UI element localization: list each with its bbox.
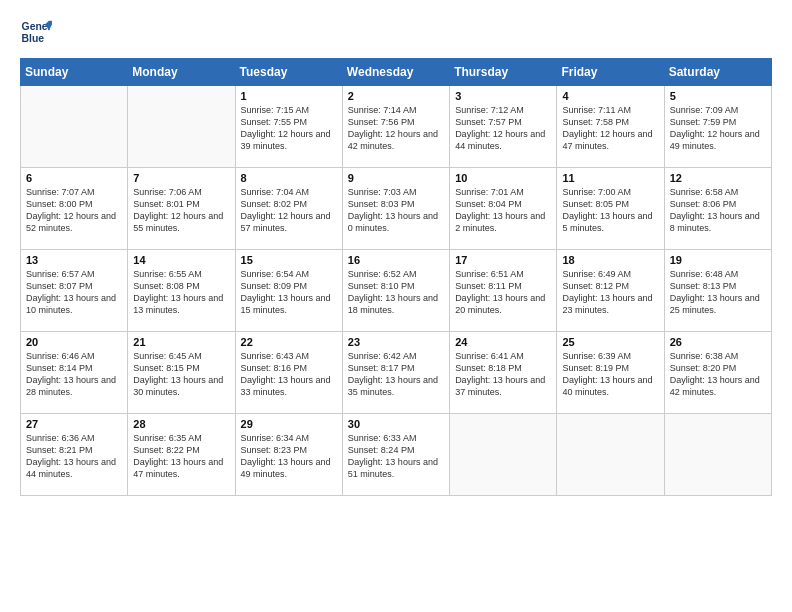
calendar-cell: 12Sunrise: 6:58 AM Sunset: 8:06 PM Dayli…: [664, 168, 771, 250]
logo-icon: General Blue: [20, 16, 52, 48]
calendar-cell: 28Sunrise: 6:35 AM Sunset: 8:22 PM Dayli…: [128, 414, 235, 496]
day-number: 8: [241, 172, 337, 184]
day-number: 26: [670, 336, 766, 348]
day-number: 5: [670, 90, 766, 102]
day-info: Sunrise: 6:52 AM Sunset: 8:10 PM Dayligh…: [348, 268, 444, 317]
calendar-cell: 15Sunrise: 6:54 AM Sunset: 8:09 PM Dayli…: [235, 250, 342, 332]
week-row-3: 20Sunrise: 6:46 AM Sunset: 8:14 PM Dayli…: [21, 332, 772, 414]
calendar-cell: 4Sunrise: 7:11 AM Sunset: 7:58 PM Daylig…: [557, 86, 664, 168]
calendar-cell: 18Sunrise: 6:49 AM Sunset: 8:12 PM Dayli…: [557, 250, 664, 332]
calendar-cell: 25Sunrise: 6:39 AM Sunset: 8:19 PM Dayli…: [557, 332, 664, 414]
calendar-cell: 9Sunrise: 7:03 AM Sunset: 8:03 PM Daylig…: [342, 168, 449, 250]
day-number: 25: [562, 336, 658, 348]
calendar-cell: [450, 414, 557, 496]
calendar-cell: 10Sunrise: 7:01 AM Sunset: 8:04 PM Dayli…: [450, 168, 557, 250]
weekday-header-thursday: Thursday: [450, 59, 557, 86]
day-info: Sunrise: 6:39 AM Sunset: 8:19 PM Dayligh…: [562, 350, 658, 399]
calendar-cell: 17Sunrise: 6:51 AM Sunset: 8:11 PM Dayli…: [450, 250, 557, 332]
day-info: Sunrise: 6:46 AM Sunset: 8:14 PM Dayligh…: [26, 350, 122, 399]
calendar-cell: 24Sunrise: 6:41 AM Sunset: 8:18 PM Dayli…: [450, 332, 557, 414]
day-number: 16: [348, 254, 444, 266]
calendar-cell: 29Sunrise: 6:34 AM Sunset: 8:23 PM Dayli…: [235, 414, 342, 496]
calendar-cell: 14Sunrise: 6:55 AM Sunset: 8:08 PM Dayli…: [128, 250, 235, 332]
calendar-cell: [128, 86, 235, 168]
day-info: Sunrise: 6:48 AM Sunset: 8:13 PM Dayligh…: [670, 268, 766, 317]
week-row-1: 6Sunrise: 7:07 AM Sunset: 8:00 PM Daylig…: [21, 168, 772, 250]
day-number: 29: [241, 418, 337, 430]
calendar-table: SundayMondayTuesdayWednesdayThursdayFrid…: [20, 58, 772, 496]
day-number: 7: [133, 172, 229, 184]
week-row-0: 1Sunrise: 7:15 AM Sunset: 7:55 PM Daylig…: [21, 86, 772, 168]
day-number: 13: [26, 254, 122, 266]
day-number: 12: [670, 172, 766, 184]
day-info: Sunrise: 6:35 AM Sunset: 8:22 PM Dayligh…: [133, 432, 229, 481]
calendar-cell: 3Sunrise: 7:12 AM Sunset: 7:57 PM Daylig…: [450, 86, 557, 168]
day-info: Sunrise: 6:36 AM Sunset: 8:21 PM Dayligh…: [26, 432, 122, 481]
calendar-cell: 21Sunrise: 6:45 AM Sunset: 8:15 PM Dayli…: [128, 332, 235, 414]
day-info: Sunrise: 7:15 AM Sunset: 7:55 PM Dayligh…: [241, 104, 337, 153]
day-info: Sunrise: 6:58 AM Sunset: 8:06 PM Dayligh…: [670, 186, 766, 235]
day-number: 18: [562, 254, 658, 266]
day-number: 30: [348, 418, 444, 430]
week-row-4: 27Sunrise: 6:36 AM Sunset: 8:21 PM Dayli…: [21, 414, 772, 496]
header: General Blue: [20, 16, 772, 48]
calendar-cell: 26Sunrise: 6:38 AM Sunset: 8:20 PM Dayli…: [664, 332, 771, 414]
day-info: Sunrise: 6:43 AM Sunset: 8:16 PM Dayligh…: [241, 350, 337, 399]
week-row-2: 13Sunrise: 6:57 AM Sunset: 8:07 PM Dayli…: [21, 250, 772, 332]
day-number: 22: [241, 336, 337, 348]
calendar-cell: 16Sunrise: 6:52 AM Sunset: 8:10 PM Dayli…: [342, 250, 449, 332]
day-number: 17: [455, 254, 551, 266]
calendar-cell: [557, 414, 664, 496]
svg-text:Blue: Blue: [22, 33, 45, 44]
day-info: Sunrise: 6:54 AM Sunset: 8:09 PM Dayligh…: [241, 268, 337, 317]
weekday-header-row: SundayMondayTuesdayWednesdayThursdayFrid…: [21, 59, 772, 86]
calendar-cell: 22Sunrise: 6:43 AM Sunset: 8:16 PM Dayli…: [235, 332, 342, 414]
day-info: Sunrise: 7:12 AM Sunset: 7:57 PM Dayligh…: [455, 104, 551, 153]
weekday-header-sunday: Sunday: [21, 59, 128, 86]
day-number: 2: [348, 90, 444, 102]
day-info: Sunrise: 7:04 AM Sunset: 8:02 PM Dayligh…: [241, 186, 337, 235]
calendar-cell: 23Sunrise: 6:42 AM Sunset: 8:17 PM Dayli…: [342, 332, 449, 414]
day-info: Sunrise: 7:00 AM Sunset: 8:05 PM Dayligh…: [562, 186, 658, 235]
day-info: Sunrise: 6:41 AM Sunset: 8:18 PM Dayligh…: [455, 350, 551, 399]
day-info: Sunrise: 6:38 AM Sunset: 8:20 PM Dayligh…: [670, 350, 766, 399]
day-info: Sunrise: 6:49 AM Sunset: 8:12 PM Dayligh…: [562, 268, 658, 317]
weekday-header-wednesday: Wednesday: [342, 59, 449, 86]
day-number: 10: [455, 172, 551, 184]
day-info: Sunrise: 6:55 AM Sunset: 8:08 PM Dayligh…: [133, 268, 229, 317]
calendar-cell: 2Sunrise: 7:14 AM Sunset: 7:56 PM Daylig…: [342, 86, 449, 168]
day-info: Sunrise: 7:14 AM Sunset: 7:56 PM Dayligh…: [348, 104, 444, 153]
day-number: 15: [241, 254, 337, 266]
day-number: 27: [26, 418, 122, 430]
calendar-cell: [21, 86, 128, 168]
day-number: 6: [26, 172, 122, 184]
day-number: 3: [455, 90, 551, 102]
day-info: Sunrise: 7:07 AM Sunset: 8:00 PM Dayligh…: [26, 186, 122, 235]
weekday-header-saturday: Saturday: [664, 59, 771, 86]
logo: General Blue: [20, 16, 52, 48]
calendar-cell: 5Sunrise: 7:09 AM Sunset: 7:59 PM Daylig…: [664, 86, 771, 168]
day-info: Sunrise: 7:06 AM Sunset: 8:01 PM Dayligh…: [133, 186, 229, 235]
day-info: Sunrise: 6:42 AM Sunset: 8:17 PM Dayligh…: [348, 350, 444, 399]
calendar-cell: 13Sunrise: 6:57 AM Sunset: 8:07 PM Dayli…: [21, 250, 128, 332]
day-info: Sunrise: 6:45 AM Sunset: 8:15 PM Dayligh…: [133, 350, 229, 399]
day-info: Sunrise: 7:01 AM Sunset: 8:04 PM Dayligh…: [455, 186, 551, 235]
day-info: Sunrise: 6:33 AM Sunset: 8:24 PM Dayligh…: [348, 432, 444, 481]
calendar-cell: 20Sunrise: 6:46 AM Sunset: 8:14 PM Dayli…: [21, 332, 128, 414]
weekday-header-monday: Monday: [128, 59, 235, 86]
calendar-cell: 6Sunrise: 7:07 AM Sunset: 8:00 PM Daylig…: [21, 168, 128, 250]
day-info: Sunrise: 7:03 AM Sunset: 8:03 PM Dayligh…: [348, 186, 444, 235]
day-info: Sunrise: 6:34 AM Sunset: 8:23 PM Dayligh…: [241, 432, 337, 481]
calendar-cell: 27Sunrise: 6:36 AM Sunset: 8:21 PM Dayli…: [21, 414, 128, 496]
day-number: 11: [562, 172, 658, 184]
calendar-cell: 1Sunrise: 7:15 AM Sunset: 7:55 PM Daylig…: [235, 86, 342, 168]
calendar-cell: [664, 414, 771, 496]
calendar-cell: 19Sunrise: 6:48 AM Sunset: 8:13 PM Dayli…: [664, 250, 771, 332]
day-info: Sunrise: 6:57 AM Sunset: 8:07 PM Dayligh…: [26, 268, 122, 317]
day-number: 14: [133, 254, 229, 266]
day-number: 9: [348, 172, 444, 184]
weekday-header-friday: Friday: [557, 59, 664, 86]
calendar-cell: 7Sunrise: 7:06 AM Sunset: 8:01 PM Daylig…: [128, 168, 235, 250]
calendar-cell: 11Sunrise: 7:00 AM Sunset: 8:05 PM Dayli…: [557, 168, 664, 250]
day-number: 20: [26, 336, 122, 348]
